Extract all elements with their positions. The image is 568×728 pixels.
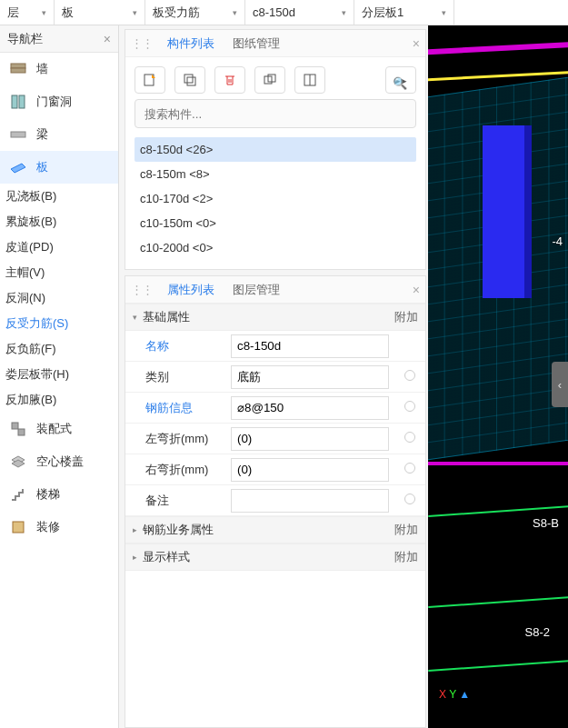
delete-button[interactable]	[214, 66, 245, 94]
prop-input-remark[interactable]	[231, 489, 389, 513]
dropdown-layer[interactable]: 分层板1▾	[354, 0, 454, 25]
search-input[interactable]	[135, 99, 416, 128]
prop-label: 类别	[125, 369, 225, 385]
prop-input-name[interactable]	[231, 334, 389, 358]
svg-rect-6	[12, 423, 18, 429]
dropdown-label: 分层板1	[362, 5, 404, 21]
svg-rect-2	[12, 95, 17, 108]
layout-button[interactable]	[294, 66, 325, 94]
tab-component-list[interactable]: 构件列表	[160, 32, 222, 55]
sidebar-item-beam[interactable]: 梁	[0, 118, 118, 151]
sidebar-sub[interactable]: 反负筋(F)	[0, 336, 118, 362]
sidebar-sub[interactable]: 主帽(V)	[0, 260, 118, 285]
chevron-right-icon: ▸	[133, 525, 137, 534]
tab-drawing-mgmt[interactable]: 图纸管理	[225, 32, 287, 55]
dropdown-category[interactable]: 板▾	[55, 0, 145, 25]
nav-sidebar: 导航栏 × 墙 门窗洞 梁 板 见浇板(B) 累旋板(B) 皮道(PD)	[0, 25, 119, 728]
prop-extra-radio[interactable]	[394, 370, 425, 384]
svg-rect-3	[19, 95, 25, 108]
duplicate-button[interactable]	[254, 66, 285, 94]
sidebar-item-label: 装修	[36, 519, 60, 535]
tab-property-list[interactable]: 属性列表	[160, 278, 222, 302]
panel-header: ⋮⋮ 属性列表 图层管理 ×	[125, 276, 425, 304]
door-icon	[9, 93, 27, 111]
prop-extra-radio[interactable]	[394, 494, 425, 507]
axis-x-icon: X	[439, 688, 446, 701]
axis-gizmo[interactable]: X Y ▲	[439, 688, 470, 701]
dropdown-floor[interactable]: 层▾	[0, 0, 55, 25]
dropdown-subcategory[interactable]: 板受力筋▾	[145, 0, 245, 25]
sidebar-sub[interactable]: 皮道(PD)	[0, 234, 118, 260]
viewport-geometry	[428, 462, 568, 465]
list-item[interactable]: c8-150d <26>	[135, 137, 416, 162]
list-item[interactable]: c10-170d <2>	[135, 186, 416, 211]
svg-rect-1	[11, 68, 25, 73]
axis-y-icon: Y	[449, 688, 456, 701]
close-icon[interactable]: ×	[413, 283, 420, 297]
sidebar-item-hollow[interactable]: 空心楼盖	[0, 445, 118, 478]
sidebar-item-prefab[interactable]: 装配式	[0, 413, 118, 445]
sidebar-sub[interactable]: 见浇板(B)	[0, 184, 118, 209]
prop-row-category: 类别	[125, 362, 425, 393]
beam-icon	[9, 125, 27, 144]
chevron-left-icon: ‹	[558, 378, 562, 392]
expand-handle[interactable]: ‹	[552, 362, 568, 407]
prop-input-rightbend[interactable]	[231, 458, 389, 482]
viewport-label: S8-B	[533, 516, 559, 530]
sidebar-item-stair[interactable]: 楼梯	[0, 478, 118, 511]
grip-icon[interactable]: ⋮⋮	[131, 36, 156, 50]
sidebar-sub[interactable]: 娄层板带(H)	[0, 362, 118, 387]
sidebar-sub[interactable]: 反洞(N)	[0, 285, 118, 311]
close-icon[interactable]: ×	[413, 36, 420, 51]
grip-icon[interactable]: ⋮⋮	[131, 283, 156, 296]
sidebar-item-label: 楼梯	[36, 486, 60, 503]
chevron-down-icon: ▾	[42, 8, 46, 17]
prop-label[interactable]: 钢筋信息	[125, 400, 225, 416]
sidebar-item-wall[interactable]: 墙	[0, 53, 118, 85]
list-item[interactable]: c10-150m <0>	[135, 211, 416, 235]
prop-input-category[interactable]	[231, 365, 389, 389]
prop-row-remark: 备注	[125, 485, 425, 516]
prop-extra-radio[interactable]	[394, 432, 425, 445]
property-panel: ⋮⋮ 属性列表 图层管理 × ▾ 基础属性 附加 名称 类别	[125, 275, 426, 728]
new-button[interactable]	[135, 66, 165, 94]
prop-row-rebar: 钢筋信息	[125, 393, 425, 424]
tab-layer-mgmt[interactable]: 图层管理	[225, 278, 287, 302]
3d-viewport[interactable]: -4 S8-B S8-2 ‹ X Y ▲	[428, 25, 568, 728]
prop-label: 备注	[125, 493, 225, 509]
list-item[interactable]: c8-150m <8>	[135, 162, 416, 186]
sidebar-item-label: 墙	[36, 61, 48, 77]
sidebar-item-label: 装配式	[36, 421, 72, 437]
dropdown-component[interactable]: c8-150d▾	[245, 0, 354, 25]
group-basic[interactable]: ▾ 基础属性 附加	[125, 304, 425, 331]
prop-row-name: 名称	[125, 331, 425, 362]
group-display[interactable]: ▸ 显示样式 附加	[125, 544, 425, 571]
list-item[interactable]: c10-200d <0>	[135, 235, 416, 260]
slab-icon	[9, 158, 27, 176]
dropdown-label: 板受力筋	[153, 5, 200, 21]
viewport-geometry	[428, 499, 568, 517]
chevron-down-icon: ▾	[133, 8, 137, 17]
panel-header: ⋮⋮ 构件列表 图纸管理 ×	[125, 30, 425, 57]
component-toolbar: ▸▸	[125, 57, 425, 99]
chevron-down-icon: ▾	[342, 8, 346, 17]
sidebar-item-label: 梁	[36, 126, 48, 143]
viewport-column	[483, 125, 524, 298]
prop-label[interactable]: 名称	[125, 338, 225, 354]
sidebar-item-slab[interactable]: 板	[0, 151, 118, 184]
sidebar-item-deco[interactable]: 装修	[0, 511, 118, 544]
sidebar-sub[interactable]: 反加腋(B)	[0, 387, 118, 413]
sidebar-sub-active[interactable]: 反受力筋(S)	[0, 311, 118, 336]
close-icon[interactable]: ×	[104, 32, 111, 46]
sidebar-sub[interactable]: 累旋板(B)	[0, 209, 118, 234]
group-extra-label: 附加	[394, 549, 418, 565]
prop-input-rebar[interactable]	[231, 396, 389, 420]
chevron-down-icon: ▾	[442, 8, 446, 17]
prop-extra-radio[interactable]	[394, 463, 425, 476]
sidebar-item-door[interactable]: 门窗洞	[0, 85, 118, 118]
prop-extra-radio[interactable]	[394, 401, 425, 414]
copy-button[interactable]	[174, 66, 205, 94]
prop-input-leftbend[interactable]	[231, 427, 389, 451]
group-rebar-biz[interactable]: ▸ 钢筋业务属性 附加	[125, 516, 425, 544]
viewport-label: -4	[552, 234, 563, 248]
